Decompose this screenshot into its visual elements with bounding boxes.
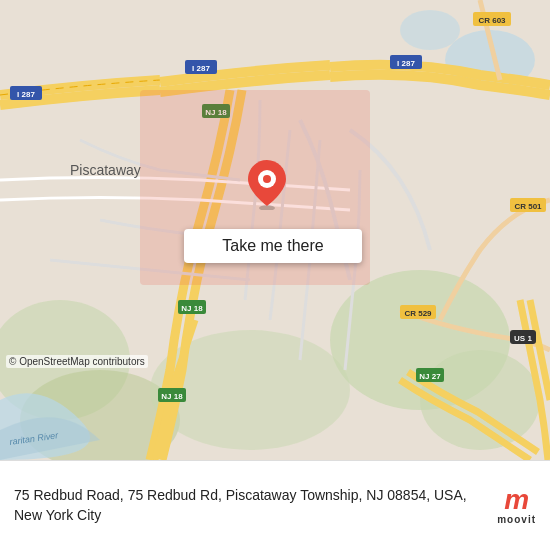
svg-text:US 1: US 1 (514, 334, 532, 343)
svg-text:I 287: I 287 (192, 64, 210, 73)
svg-text:NJ 18: NJ 18 (205, 108, 227, 117)
address-container: 75 Redbud Road, 75 Redbud Rd, Piscataway… (14, 486, 487, 525)
svg-text:NJ 18: NJ 18 (161, 392, 183, 401)
moovit-letter: m (504, 486, 529, 514)
svg-text:CR 603: CR 603 (478, 16, 506, 25)
map-area: I 287 I 287 I 287 CR 603 CR 501 CR 529 N… (0, 0, 550, 460)
osm-credit-text: © OpenStreetMap contributors (9, 356, 145, 367)
osm-credit: © OpenStreetMap contributors (6, 355, 148, 368)
address-text: 75 Redbud Road, 75 Redbud Rd, Piscataway… (14, 486, 487, 525)
svg-text:Piscataway: Piscataway (70, 162, 141, 178)
svg-text:NJ 18: NJ 18 (181, 304, 203, 313)
svg-text:I 287: I 287 (17, 90, 35, 99)
map-pin (245, 162, 289, 206)
app-container: I 287 I 287 I 287 CR 603 CR 501 CR 529 N… (0, 0, 550, 550)
svg-text:I 287: I 287 (397, 59, 415, 68)
moovit-logo: m moovit (497, 486, 536, 525)
moovit-name: moovit (497, 514, 536, 525)
svg-text:NJ 27: NJ 27 (419, 372, 441, 381)
take-me-there-button[interactable]: Take me there (184, 229, 362, 263)
svg-text:CR 501: CR 501 (514, 202, 542, 211)
svg-text:CR 529: CR 529 (404, 309, 432, 318)
svg-point-34 (263, 175, 271, 183)
info-bar: 75 Redbud Road, 75 Redbud Rd, Piscataway… (0, 460, 550, 550)
svg-point-7 (400, 10, 460, 50)
